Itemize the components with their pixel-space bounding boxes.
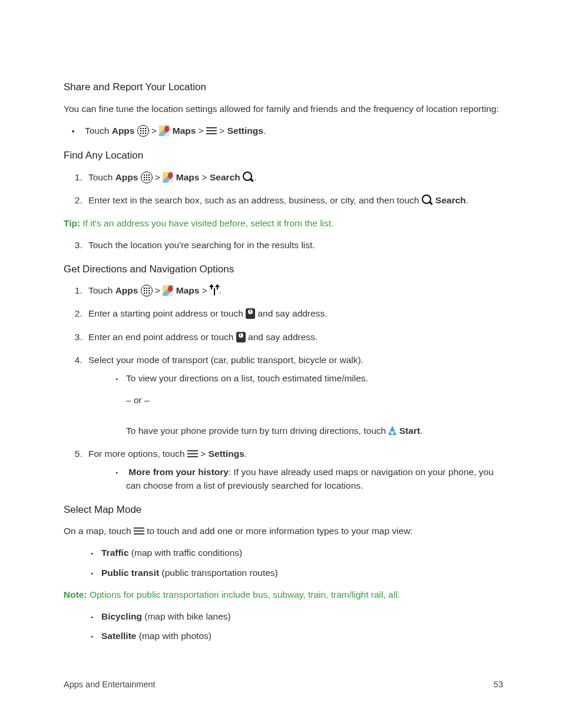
settings-label: Settings	[209, 449, 244, 459]
list-item: Select your mode of transport (car, publ…	[85, 353, 503, 437]
navigation-icon	[388, 426, 396, 435]
maps-icon	[163, 285, 173, 296]
text: and say address.	[246, 332, 318, 342]
maps-label: Maps	[176, 285, 200, 295]
list-item: Touch Apps > Maps > > Settings.	[82, 124, 503, 137]
search-icon	[243, 172, 254, 183]
text: .	[263, 126, 266, 136]
note-label: Note:	[64, 589, 87, 599]
list-item: Public transit (public transportation ro…	[101, 566, 503, 579]
maps-label: Maps	[173, 126, 196, 136]
bicycling-label: Bicycling	[101, 611, 142, 621]
text: Enter an end point address or touch	[88, 332, 236, 342]
text: .	[420, 426, 422, 436]
heading-find-location: Find Any Location	[64, 148, 503, 163]
text: If it's an address you have visited befo…	[80, 218, 333, 228]
separator: >	[199, 172, 210, 182]
apps-icon	[141, 172, 153, 183]
separator: >	[196, 126, 206, 136]
list-item: Touch the location you're searching for …	[85, 238, 503, 252]
footer-section: Apps and Entertainment	[64, 678, 156, 691]
mic-icon	[236, 332, 246, 342]
text-block: To have your phone provide turn by turn …	[88, 424, 503, 437]
heading-map-mode: Select Map Mode	[64, 502, 503, 518]
text: (map with photos)	[136, 631, 211, 641]
separator: >	[199, 285, 210, 295]
text: On a map, touch	[64, 526, 134, 536]
list-item: Enter an end point address or touch and …	[85, 330, 503, 344]
list-item: For more options, touch > Settings. More…	[85, 447, 503, 493]
apps-icon	[137, 125, 149, 137]
maps-icon	[163, 172, 173, 183]
history-label: More from your history	[128, 467, 229, 477]
list-item: Satellite (map with photos)	[101, 629, 503, 643]
tip-text: Tip: If it's an address you have visited…	[64, 216, 503, 230]
text: Touch	[85, 126, 112, 136]
text: and say address.	[255, 308, 327, 318]
text: .	[244, 449, 247, 459]
text: For more options, touch	[88, 449, 187, 459]
text: Enter text in the search box, such as an…	[88, 195, 422, 205]
satellite-label: Satellite	[101, 631, 136, 641]
list-item: Traffic (map with traffic conditions)	[101, 546, 503, 559]
maps-label: Maps	[176, 172, 200, 182]
traffic-label: Traffic	[101, 548, 129, 558]
list-item: Enter text in the search box, such as an…	[85, 193, 503, 207]
separator: >	[198, 449, 209, 459]
separator: >	[149, 126, 160, 136]
text: .	[254, 172, 256, 182]
text: Options for public transportation includ…	[87, 589, 400, 599]
heading-directions: Get Directions and Navigation Options	[64, 262, 503, 277]
list-item: Touch Apps > Maps > .	[85, 284, 503, 297]
apps-label: Apps	[115, 285, 138, 295]
text: Touch	[88, 285, 115, 295]
text: (public transportation routes)	[159, 568, 278, 578]
list-item: Bicycling (map with bike lanes)	[101, 610, 503, 623]
mic-icon	[246, 308, 255, 319]
list-item: More from your history: If you have alre…	[126, 465, 503, 493]
search-label: Search	[210, 172, 240, 182]
start-label: Start	[399, 426, 420, 436]
text: Enter a starting point address or touch	[88, 308, 246, 318]
maps-icon	[159, 126, 170, 136]
search-icon	[422, 195, 433, 206]
text: Touch	[88, 172, 115, 182]
paragraph: On a map, touch to touch and add one or …	[64, 524, 503, 538]
text: (map with traffic conditions)	[129, 548, 243, 558]
list-item: To view your directions on a list, touch…	[126, 371, 503, 385]
text: To have your phone provide turn by turn …	[126, 426, 388, 436]
menu-icon	[134, 528, 144, 535]
heading-share-location: Share and Report Your Location	[64, 80, 503, 95]
settings-label: Settings	[227, 126, 263, 136]
document-page: Share and Report Your Location You can f…	[0, 0, 562, 726]
separator: >	[153, 285, 163, 295]
or-divider: – or –	[88, 393, 503, 407]
page-footer: Apps and Entertainment 53	[64, 678, 503, 691]
menu-icon	[206, 127, 217, 134]
page-number: 53	[494, 678, 503, 691]
separator: >	[153, 172, 163, 182]
transit-label: Public transit	[101, 568, 159, 578]
search-label: Search	[435, 195, 466, 205]
apps-label: Apps	[112, 126, 135, 136]
text: Select your mode of transport (car, publ…	[88, 355, 363, 365]
list-item: Enter a starting point address or touch …	[85, 307, 503, 320]
separator: >	[217, 126, 227, 136]
text: .	[466, 195, 468, 205]
menu-icon	[187, 450, 198, 457]
apps-icon	[141, 285, 153, 297]
text: (map with bike lanes)	[142, 611, 231, 621]
note-text: Note: Options for public transportation …	[64, 588, 503, 601]
directions-icon	[210, 285, 219, 295]
apps-label: Apps	[115, 172, 138, 182]
tip-label: Tip:	[64, 218, 80, 228]
text: to touch and add one or more information…	[144, 526, 413, 536]
paragraph: You can fine tune the location settings …	[64, 102, 503, 116]
list-item: Touch Apps > Maps > Search .	[85, 170, 503, 184]
